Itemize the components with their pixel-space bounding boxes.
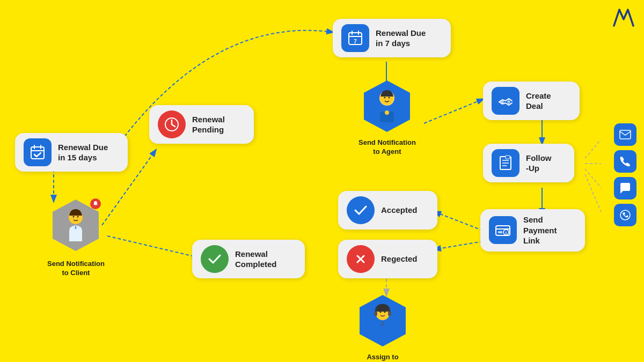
check-circle-icon — [347, 196, 375, 224]
svg-point-32 — [389, 97, 390, 99]
svg-point-50 — [384, 312, 386, 313]
svg-marker-26 — [364, 80, 410, 132]
document-icon — [492, 149, 519, 177]
send-notification-client-label: Send Notificationto Client — [47, 260, 105, 278]
svg-rect-52 — [388, 312, 391, 316]
rejected-label: Regected — [381, 254, 418, 264]
follow-up-node: Follow-Up — [483, 144, 574, 182]
svg-line-13 — [585, 174, 601, 212]
send-notification-agent-node: Send Notificationto Agent — [358, 79, 416, 157]
svg-point-58 — [620, 210, 630, 220]
clock-icon — [158, 110, 186, 138]
brand-logo — [613, 8, 634, 29]
communication-side-panel — [614, 123, 636, 226]
svg-rect-42 — [498, 231, 502, 233]
follow-up-label: Follow-Up — [526, 153, 552, 174]
svg-line-2 — [107, 236, 199, 257]
phone-icon-button[interactable] — [614, 150, 636, 173]
create-deal-label: CreateDeal — [526, 91, 551, 112]
renewal-completed-label: RenewalCompleted — [235, 249, 277, 270]
svg-line-7 — [435, 212, 483, 231]
calendar-7-icon: 7 — [341, 24, 369, 52]
whatsapp-icon-button[interactable] — [614, 204, 636, 226]
svg-text:$: $ — [505, 231, 507, 234]
assign-call-centre-label: Assign toCall Centre — [364, 353, 401, 362]
send-payment-link-label: SendPaymentLink — [523, 215, 557, 246]
accepted-label: Accepted — [381, 205, 418, 216]
renewal-pending-node: RenewalPending — [149, 105, 254, 144]
check-green-icon — [201, 245, 229, 273]
svg-line-10 — [585, 139, 601, 158]
rejected-node: Regected — [338, 240, 437, 278]
chat-icon-button[interactable] — [614, 177, 636, 200]
send-payment-link-node: $ SendPaymentLink — [480, 209, 585, 252]
svg-point-55 — [73, 216, 75, 218]
svg-point-56 — [77, 216, 79, 218]
svg-text:7: 7 — [354, 39, 357, 45]
svg-rect-51 — [374, 312, 377, 316]
renewal-due-7-label: Renewal Duein 7 days — [376, 28, 426, 49]
renewal-pending-label: RenewalPending — [192, 114, 225, 135]
svg-rect-39 — [506, 156, 510, 159]
svg-marker-47 — [360, 295, 406, 346]
calendar-check-icon — [24, 138, 52, 166]
svg-line-4 — [424, 99, 483, 123]
svg-line-12 — [585, 169, 601, 188]
x-circle-icon — [347, 245, 375, 273]
renewal-completed-node: RenewalCompleted — [192, 240, 305, 278]
svg-rect-57 — [620, 130, 631, 139]
create-deal-node: CreateDeal — [483, 82, 580, 120]
svg-rect-14 — [31, 147, 44, 159]
renewal-due-15-node: Renewal Duein 15 days — [15, 133, 128, 172]
svg-line-20 — [172, 124, 175, 127]
send-notification-agent-label: Send Notificationto Agent — [358, 138, 416, 157]
payment-icon: $ — [489, 216, 517, 244]
send-notification-client-node: Send Notificationto Client — [47, 198, 105, 278]
svg-point-30 — [385, 110, 389, 115]
renewal-due-7-node: 7 Renewal Duein 7 days — [333, 19, 451, 57]
svg-point-49 — [380, 312, 382, 313]
svg-line-8 — [435, 241, 483, 249]
email-icon-button[interactable] — [614, 123, 636, 146]
accepted-node: Accepted — [338, 191, 437, 230]
assign-call-centre-node: Assign toCall Centre — [358, 294, 407, 362]
svg-point-31 — [384, 97, 386, 99]
handshake-icon — [492, 87, 519, 115]
renewal-due-15-label: Renewal Duein 15 days — [58, 142, 108, 163]
